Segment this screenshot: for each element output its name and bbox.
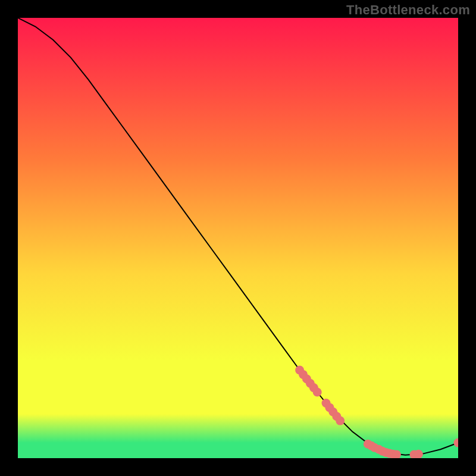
- data-marker: [336, 416, 345, 425]
- plot-area: [18, 18, 458, 458]
- watermark-text: TheBottleneck.com: [346, 2, 470, 18]
- gradient-background: [18, 18, 458, 458]
- chart-frame: TheBottleneck.com: [0, 0, 476, 476]
- data-marker: [313, 388, 322, 397]
- chart-svg: [18, 18, 458, 458]
